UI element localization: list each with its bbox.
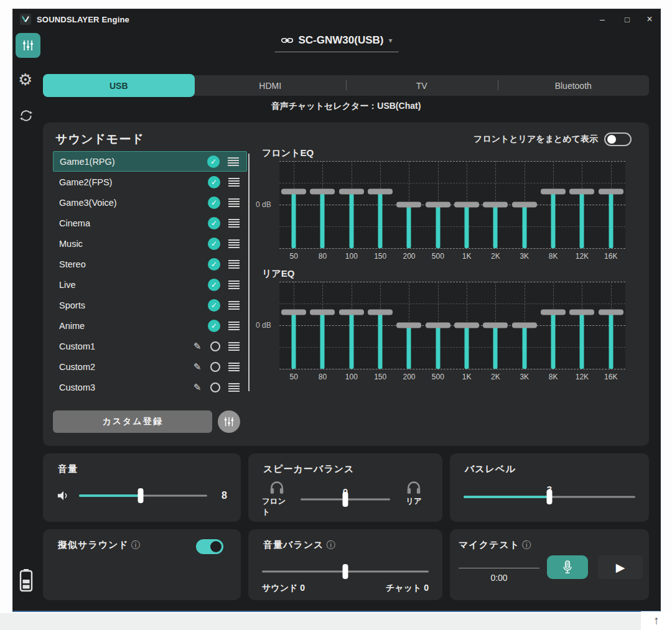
drag-handle-icon[interactable] <box>228 280 240 289</box>
edit-icon[interactable]: ✎ <box>192 361 202 373</box>
band-slider-handle[interactable] <box>483 323 508 328</box>
list-scrollbar[interactable] <box>248 154 250 391</box>
eq-band-200[interactable] <box>394 161 423 248</box>
band-slider-handle[interactable] <box>281 310 306 315</box>
band-slider-handle[interactable] <box>512 202 537 208</box>
band-slider-handle[interactable] <box>454 202 479 208</box>
band-slider-handle[interactable] <box>483 202 508 208</box>
eq-band-50[interactable] <box>279 161 308 248</box>
drag-handle-icon[interactable] <box>228 383 240 392</box>
volume-slider[interactable] <box>79 488 207 503</box>
eq-band-1k[interactable] <box>452 282 481 369</box>
band-slider-handle[interactable] <box>396 323 421 328</box>
mic-record-button[interactable] <box>547 555 588 579</box>
sound-mode-item-cinema[interactable]: Cinema✓ <box>53 213 247 233</box>
sound-mode-item-custom1[interactable]: Custom1✎ <box>53 336 247 356</box>
tab-tv[interactable]: TV <box>346 75 498 96</box>
sound-mode-item-sports[interactable]: Sports✓ <box>53 295 247 315</box>
sound-mode-item-game1-rpg-[interactable]: Game1(RPG)✓ <box>53 151 247 172</box>
band-slider-handle[interactable] <box>426 202 450 208</box>
eq-band-3k[interactable] <box>510 282 539 369</box>
checked-icon[interactable]: ✓ <box>208 258 220 271</box>
sound-mode-item-custom2[interactable]: Custom2✎ <box>53 356 247 377</box>
maximize-button[interactable]: □ <box>619 12 635 27</box>
slider-handle[interactable] <box>343 564 348 579</box>
mic-play-button[interactable]: ▶ <box>598 555 643 579</box>
drag-handle-icon[interactable] <box>228 219 240 228</box>
rear-eq-chart[interactable]: 0 dB <box>279 282 625 369</box>
slider-handle[interactable] <box>138 488 143 503</box>
eq-band-200[interactable] <box>394 282 423 369</box>
band-slider-handle[interactable] <box>512 323 537 328</box>
slider-handle[interactable] <box>343 492 348 507</box>
eq-band-8k[interactable] <box>539 161 567 248</box>
sound-mode-item-game2-fps-[interactable]: Game2(FPS)✓ <box>53 172 247 192</box>
sound-mode-item-music[interactable]: Music✓ <box>53 233 247 254</box>
radio-unchecked-icon[interactable] <box>210 362 220 372</box>
sidebar-equalizer-button[interactable] <box>16 33 40 58</box>
custom-eq-button[interactable] <box>218 410 240 433</box>
band-slider-handle[interactable] <box>339 310 364 315</box>
checked-icon[interactable]: ✓ <box>208 320 220 332</box>
tab-bluetooth[interactable]: Bluetooth <box>498 75 650 96</box>
eq-band-1k[interactable] <box>452 161 481 248</box>
drag-handle-icon[interactable] <box>228 260 240 269</box>
sound-mode-item-anime[interactable]: Anime✓ <box>53 315 247 336</box>
eq-band-50[interactable] <box>279 282 308 369</box>
eq-band-3k[interactable] <box>510 161 539 248</box>
speaker-icon[interactable] <box>57 489 70 502</box>
info-icon[interactable]: ⓘ <box>131 540 141 551</box>
checked-icon[interactable]: ✓ <box>208 176 220 188</box>
eq-band-500[interactable] <box>424 161 452 248</box>
front-eq-chart[interactable]: 0 dB <box>279 161 625 248</box>
eq-band-500[interactable] <box>424 282 452 369</box>
drag-handle-icon[interactable] <box>228 239 240 248</box>
band-slider-handle[interactable] <box>339 189 364 195</box>
combine-toggle[interactable] <box>604 132 632 146</box>
band-slider-handle[interactable] <box>426 323 450 328</box>
drag-handle-icon[interactable] <box>228 157 239 166</box>
band-slider-handle[interactable] <box>599 310 623 315</box>
checked-icon[interactable]: ✓ <box>207 155 220 168</box>
eq-band-16k[interactable] <box>597 161 625 248</box>
eq-band-2k[interactable] <box>481 161 510 248</box>
band-slider-handle[interactable] <box>396 202 421 208</box>
tab-hdmi[interactable]: HDMI <box>195 75 347 96</box>
drag-handle-icon[interactable] <box>228 363 240 371</box>
eq-band-100[interactable] <box>337 282 366 369</box>
eq-band-80[interactable] <box>308 282 337 369</box>
band-slider-handle[interactable] <box>454 323 479 328</box>
band-slider-handle[interactable] <box>368 189 393 195</box>
info-icon[interactable]: ⓘ <box>326 540 335 551</box>
edit-icon[interactable]: ✎ <box>192 341 202 352</box>
settings-gear-icon[interactable]: ⚙ <box>18 72 32 88</box>
close-button[interactable]: × <box>642 12 658 27</box>
sound-mode-item-game3-voice-[interactable]: Game3(Voice)✓ <box>53 192 247 213</box>
band-slider-handle[interactable] <box>569 310 594 315</box>
band-slider-handle[interactable] <box>541 189 566 195</box>
sound-mode-item-custom3[interactable]: Custom3✎ <box>53 377 247 397</box>
drag-handle-icon[interactable] <box>228 322 240 330</box>
eq-band-80[interactable] <box>308 161 337 248</box>
eq-band-2k[interactable] <box>481 282 510 369</box>
eq-band-16k[interactable] <box>597 282 625 369</box>
band-slider-handle[interactable] <box>569 189 594 195</box>
checked-icon[interactable]: ✓ <box>208 217 220 229</box>
edit-icon[interactable]: ✎ <box>192 382 202 393</box>
radio-unchecked-icon[interactable] <box>210 341 220 351</box>
band-slider-handle[interactable] <box>599 189 623 195</box>
speaker-balance-slider[interactable]: 0 <box>301 492 390 507</box>
eq-band-150[interactable] <box>366 282 394 369</box>
custom-register-button[interactable]: カスタム登録 <box>53 410 212 433</box>
drag-handle-icon[interactable] <box>228 301 240 310</box>
drag-handle-icon[interactable] <box>228 178 240 187</box>
sound-mode-item-live[interactable]: Live✓ <box>53 274 247 295</box>
surround-toggle[interactable] <box>196 539 223 554</box>
eq-band-8k[interactable] <box>539 282 567 369</box>
slider-handle[interactable] <box>547 489 553 504</box>
band-slider-handle[interactable] <box>541 310 566 315</box>
eq-band-100[interactable] <box>337 161 366 248</box>
eq-band-12k[interactable] <box>567 161 596 248</box>
eq-band-150[interactable] <box>366 161 394 248</box>
sound-mode-item-stereo[interactable]: Stereo✓ <box>53 254 247 274</box>
